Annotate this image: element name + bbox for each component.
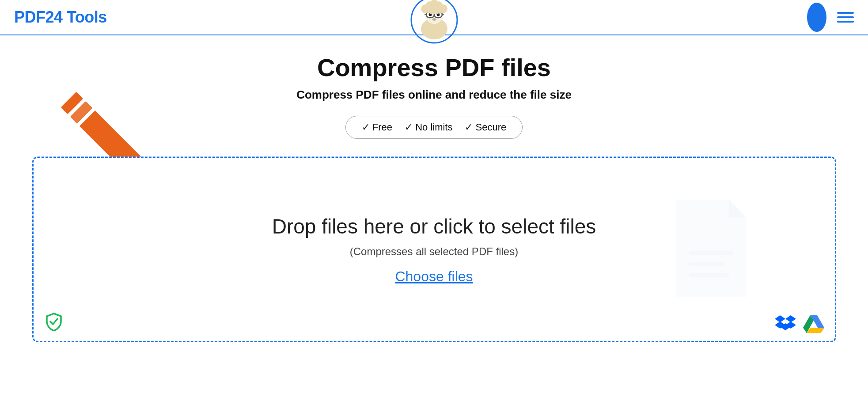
menu-button[interactable] bbox=[837, 12, 854, 23]
file-icon-decoration bbox=[667, 195, 755, 303]
security-shield-icon bbox=[44, 312, 64, 333]
svg-marker-27 bbox=[785, 315, 796, 322]
badges-pill: ✓ Free ✓ No limits ✓ Secure bbox=[345, 116, 523, 139]
page-title: Compress PDF files bbox=[317, 53, 551, 82]
dropzone-wrapper: Drop files here or click to select files… bbox=[32, 157, 836, 342]
header: PDF24 Tools bbox=[0, 0, 868, 35]
dropzone-main-text: Drop files here or click to select files bbox=[272, 214, 596, 238]
google-drive-icon[interactable] bbox=[803, 314, 824, 333]
site-logo[interactable]: PDF24 Tools bbox=[14, 8, 107, 27]
page-subtitle: Compress PDF files online and reduce the… bbox=[296, 88, 572, 102]
badge-no-limits: ✓ No limits bbox=[405, 122, 452, 133]
svg-marker-26 bbox=[775, 315, 785, 322]
cloud-icons bbox=[775, 314, 824, 333]
svg-point-12 bbox=[432, 18, 436, 21]
badges-row: ✓ Free ✓ No limits ✓ Secure bbox=[345, 116, 523, 139]
dropzone-sub-text: (Compresses all selected PDF files) bbox=[350, 245, 518, 258]
dropzone[interactable]: Drop files here or click to select files… bbox=[32, 157, 836, 342]
svg-line-7 bbox=[425, 14, 426, 15]
main-content: Compress PDF files Compress PDF files on… bbox=[0, 35, 868, 342]
header-right bbox=[807, 3, 854, 32]
badge-free: ✓ Free bbox=[362, 122, 392, 133]
user-avatar[interactable] bbox=[807, 3, 826, 32]
choose-files-button[interactable]: Choose files bbox=[395, 268, 473, 285]
svg-line-8 bbox=[442, 14, 444, 15]
svg-marker-34 bbox=[807, 328, 824, 333]
dropbox-icon[interactable] bbox=[775, 314, 796, 333]
badge-secure: ✓ Secure bbox=[465, 122, 506, 133]
